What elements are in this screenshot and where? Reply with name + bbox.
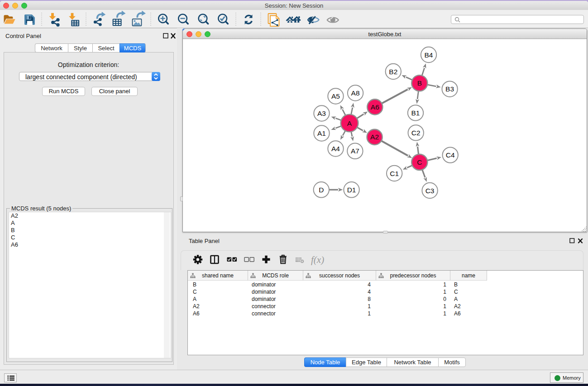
svg-text:B4: B4 [425, 51, 433, 59]
svg-text:A2: A2 [370, 133, 379, 141]
svg-text:C3: C3 [425, 187, 435, 195]
svg-text:C1: C1 [390, 170, 399, 177]
svg-text:f(x): f(x) [311, 254, 324, 265]
svg-text:C2: C2 [411, 129, 421, 137]
svg-text:D: D [319, 186, 324, 194]
svg-text:C4: C4 [446, 151, 455, 159]
svg-text:B3: B3 [445, 85, 454, 93]
svg-text:A6: A6 [371, 103, 379, 111]
svg-text:C: C [417, 158, 422, 166]
svg-text:A1: A1 [317, 129, 326, 137]
svg-text:B2: B2 [389, 68, 397, 76]
svg-text:A: A [347, 119, 352, 127]
svg-text:B: B [417, 79, 422, 87]
svg-text:A8: A8 [351, 89, 360, 97]
svg-text:A3: A3 [317, 110, 326, 117]
svg-text:A7: A7 [351, 147, 359, 155]
svg-text:D1: D1 [347, 186, 356, 194]
svg-text:B1: B1 [411, 109, 420, 117]
svg-text:A5: A5 [331, 92, 340, 100]
svg-text:A4: A4 [331, 145, 340, 152]
